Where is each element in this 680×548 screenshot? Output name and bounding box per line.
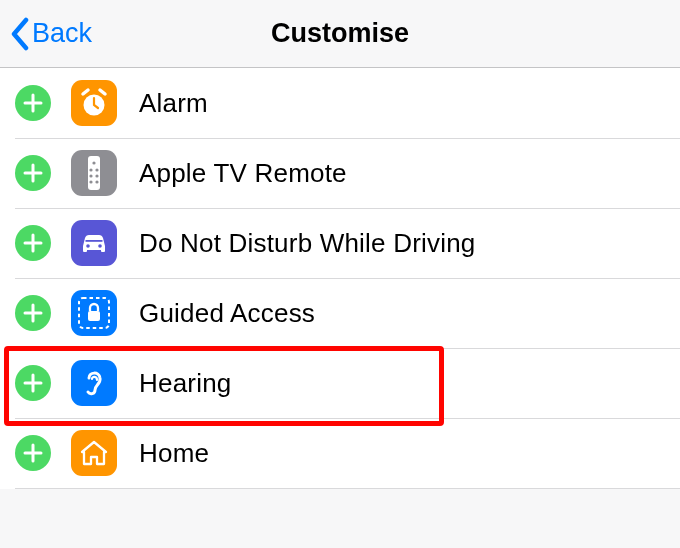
row-label: Guided Access bbox=[139, 298, 315, 329]
add-button[interactable] bbox=[15, 435, 51, 471]
list-item-home[interactable]: Home bbox=[0, 418, 680, 488]
ear-icon bbox=[71, 360, 117, 406]
back-button[interactable]: Back bbox=[10, 17, 92, 51]
svg-rect-13 bbox=[88, 311, 100, 321]
row-label: Apple TV Remote bbox=[139, 158, 347, 189]
add-button[interactable] bbox=[15, 365, 51, 401]
svg-point-8 bbox=[95, 180, 98, 183]
list-item-apple-tv-remote[interactable]: Apple TV Remote bbox=[0, 138, 680, 208]
row-label: Hearing bbox=[139, 368, 231, 399]
guided-access-icon bbox=[71, 290, 117, 336]
svg-point-6 bbox=[95, 174, 98, 177]
plus-icon bbox=[23, 443, 43, 463]
list-item-alarm[interactable]: Alarm bbox=[0, 68, 680, 138]
apple-tv-remote-icon bbox=[71, 150, 117, 196]
svg-point-9 bbox=[86, 244, 90, 248]
plus-icon bbox=[23, 163, 43, 183]
list-item-hearing[interactable]: Hearing bbox=[0, 348, 680, 418]
navbar: Back Customise bbox=[0, 0, 680, 68]
plus-icon bbox=[23, 373, 43, 393]
plus-icon bbox=[23, 233, 43, 253]
page-title: Customise bbox=[0, 18, 680, 49]
plus-icon bbox=[23, 303, 43, 323]
add-button[interactable] bbox=[15, 85, 51, 121]
list-item-dnd-driving[interactable]: Do Not Disturb While Driving bbox=[0, 208, 680, 278]
home-icon bbox=[71, 430, 117, 476]
svg-point-10 bbox=[98, 244, 102, 248]
add-button[interactable] bbox=[15, 225, 51, 261]
back-label: Back bbox=[32, 18, 92, 49]
svg-point-3 bbox=[89, 168, 92, 171]
add-button[interactable] bbox=[15, 155, 51, 191]
list-item-guided-access[interactable]: Guided Access bbox=[0, 278, 680, 348]
car-icon bbox=[71, 220, 117, 266]
alarm-icon bbox=[71, 80, 117, 126]
svg-point-7 bbox=[89, 180, 92, 183]
add-button[interactable] bbox=[15, 295, 51, 331]
plus-icon bbox=[23, 93, 43, 113]
svg-rect-11 bbox=[86, 240, 103, 242]
svg-rect-1 bbox=[88, 156, 100, 190]
row-label: Home bbox=[139, 438, 209, 469]
chevron-left-icon bbox=[10, 17, 30, 51]
row-label: Do Not Disturb While Driving bbox=[139, 228, 475, 259]
svg-point-2 bbox=[92, 161, 95, 164]
controls-list: Alarm Apple TV Remote bbox=[0, 68, 680, 489]
svg-point-4 bbox=[95, 168, 98, 171]
svg-point-5 bbox=[89, 174, 92, 177]
row-label: Alarm bbox=[139, 88, 208, 119]
